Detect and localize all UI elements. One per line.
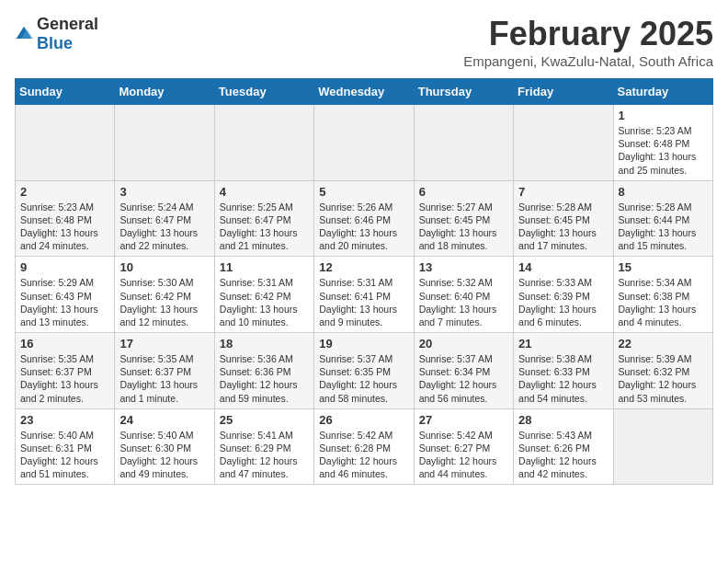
day-number: 14 [518,260,608,274]
calendar-cell: 6Sunrise: 5:27 AM Sunset: 6:45 PM Daylig… [414,180,513,257]
header: General Blue February 2025 Empangeni, Kw… [15,15,713,69]
day-number: 5 [319,185,408,199]
day-number: 11 [220,260,309,274]
day-number: 2 [20,185,109,199]
week-row-4: 16Sunrise: 5:35 AM Sunset: 6:37 PM Dayli… [16,333,713,409]
calendar-cell: 12Sunrise: 5:31 AM Sunset: 6:41 PM Dayli… [314,257,414,333]
calendar-cell: 28Sunrise: 5:43 AM Sunset: 6:26 PM Dayli… [514,408,613,485]
calendar-cell: 9Sunrise: 5:29 AM Sunset: 6:43 PM Daylig… [16,257,115,333]
calendar-cell: 19Sunrise: 5:37 AM Sunset: 6:35 PM Dayli… [314,333,414,409]
day-info: Sunrise: 5:41 AM Sunset: 6:29 PM Dayligh… [220,429,309,481]
day-number: 27 [419,413,508,427]
calendar-cell: 22Sunrise: 5:39 AM Sunset: 6:32 PM Dayli… [613,333,712,409]
day-info: Sunrise: 5:37 AM Sunset: 6:34 PM Dayligh… [419,352,508,405]
day-info: Sunrise: 5:31 AM Sunset: 6:42 PM Dayligh… [220,276,309,328]
day-info: Sunrise: 5:28 AM Sunset: 6:44 PM Dayligh… [619,201,708,253]
calendar-cell: 17Sunrise: 5:35 AM Sunset: 6:37 PM Dayli… [115,333,214,409]
calendar-cell: 21Sunrise: 5:38 AM Sunset: 6:33 PM Dayli… [514,333,613,409]
day-number: 25 [220,413,309,427]
day-info: Sunrise: 5:29 AM Sunset: 6:43 PM Dayligh… [20,276,109,328]
weekday-header-friday: Friday [514,79,613,105]
day-info: Sunrise: 5:28 AM Sunset: 6:45 PM Dayligh… [518,201,608,253]
calendar-cell: 1Sunrise: 5:23 AM Sunset: 6:48 PM Daylig… [613,105,712,181]
day-number: 4 [220,185,309,199]
weekday-header-tuesday: Tuesday [214,79,313,105]
day-info: Sunrise: 5:30 AM Sunset: 6:42 PM Dayligh… [119,276,209,328]
day-number: 9 [20,260,109,274]
calendar-cell: 23Sunrise: 5:40 AM Sunset: 6:31 PM Dayli… [16,408,115,485]
calendar-cell: 13Sunrise: 5:32 AM Sunset: 6:40 PM Dayli… [414,257,513,333]
day-number: 1 [619,109,708,122]
logo-icon [15,25,33,43]
weekday-header-wednesday: Wednesday [314,79,414,105]
calendar-cell [613,408,712,485]
logo: General Blue [15,15,98,53]
day-info: Sunrise: 5:23 AM Sunset: 6:48 PM Dayligh… [20,201,109,253]
day-info: Sunrise: 5:36 AM Sunset: 6:36 PM Dayligh… [220,352,309,405]
week-row-3: 9Sunrise: 5:29 AM Sunset: 6:43 PM Daylig… [16,257,713,333]
day-number: 28 [518,413,608,427]
title-area: February 2025 Empangeni, KwaZulu-Natal, … [463,15,713,69]
day-info: Sunrise: 5:37 AM Sunset: 6:35 PM Dayligh… [319,352,408,405]
day-number: 15 [619,260,708,274]
day-number: 13 [419,260,508,274]
weekday-header-thursday: Thursday [414,79,513,105]
day-number: 17 [119,337,209,350]
day-number: 23 [20,413,109,427]
logo-blue: Blue [37,34,73,52]
weekday-header-row: SundayMondayTuesdayWednesdayThursdayFrid… [16,79,713,105]
calendar-cell: 15Sunrise: 5:34 AM Sunset: 6:38 PM Dayli… [613,257,712,333]
calendar-cell: 24Sunrise: 5:40 AM Sunset: 6:30 PM Dayli… [115,408,214,485]
day-info: Sunrise: 5:31 AM Sunset: 6:41 PM Dayligh… [319,276,408,328]
day-number: 12 [319,260,408,274]
calendar-cell: 16Sunrise: 5:35 AM Sunset: 6:37 PM Dayli… [16,333,115,409]
day-info: Sunrise: 5:25 AM Sunset: 6:47 PM Dayligh… [220,201,309,253]
calendar-cell: 14Sunrise: 5:33 AM Sunset: 6:39 PM Dayli… [514,257,613,333]
day-info: Sunrise: 5:38 AM Sunset: 6:33 PM Dayligh… [518,352,608,405]
day-number: 7 [518,185,608,199]
calendar-cell: 10Sunrise: 5:30 AM Sunset: 6:42 PM Dayli… [115,257,214,333]
calendar-cell: 2Sunrise: 5:23 AM Sunset: 6:48 PM Daylig… [16,180,115,257]
day-info: Sunrise: 5:24 AM Sunset: 6:47 PM Dayligh… [119,201,209,253]
day-info: Sunrise: 5:35 AM Sunset: 6:37 PM Dayligh… [20,352,109,405]
weekday-header-saturday: Saturday [613,79,712,105]
logo-general: General [37,15,98,33]
calendar-cell: 5Sunrise: 5:26 AM Sunset: 6:46 PM Daylig… [314,180,414,257]
day-info: Sunrise: 5:23 AM Sunset: 6:48 PM Dayligh… [619,124,708,177]
calendar-cell: 3Sunrise: 5:24 AM Sunset: 6:47 PM Daylig… [115,180,214,257]
day-number: 19 [319,337,408,350]
calendar-cell: 7Sunrise: 5:28 AM Sunset: 6:45 PM Daylig… [514,180,613,257]
day-info: Sunrise: 5:40 AM Sunset: 6:31 PM Dayligh… [20,429,109,481]
calendar-cell: 18Sunrise: 5:36 AM Sunset: 6:36 PM Dayli… [214,333,313,409]
day-number: 18 [220,337,309,350]
calendar-cell: 27Sunrise: 5:42 AM Sunset: 6:27 PM Dayli… [414,408,513,485]
calendar-cell [16,105,115,181]
day-number: 24 [119,413,209,427]
day-info: Sunrise: 5:26 AM Sunset: 6:46 PM Dayligh… [319,201,408,253]
location-subtitle: Empangeni, KwaZulu-Natal, South Africa [463,53,713,69]
week-row-2: 2Sunrise: 5:23 AM Sunset: 6:48 PM Daylig… [16,180,713,257]
week-row-1: 1Sunrise: 5:23 AM Sunset: 6:48 PM Daylig… [16,105,713,181]
day-info: Sunrise: 5:33 AM Sunset: 6:39 PM Dayligh… [518,276,608,328]
day-info: Sunrise: 5:43 AM Sunset: 6:26 PM Dayligh… [518,429,608,481]
calendar-cell [514,105,613,181]
day-number: 22 [619,337,708,350]
weekday-header-sunday: Sunday [16,79,115,105]
calendar-cell: 25Sunrise: 5:41 AM Sunset: 6:29 PM Dayli… [214,408,313,485]
day-number: 10 [119,260,209,274]
calendar-table: SundayMondayTuesdayWednesdayThursdayFrid… [15,78,713,485]
day-info: Sunrise: 5:35 AM Sunset: 6:37 PM Dayligh… [119,352,209,405]
calendar-cell: 26Sunrise: 5:42 AM Sunset: 6:28 PM Dayli… [314,408,414,485]
day-info: Sunrise: 5:40 AM Sunset: 6:30 PM Dayligh… [119,429,209,481]
weekday-header-monday: Monday [115,79,214,105]
calendar-cell [314,105,414,181]
day-number: 21 [518,337,608,350]
day-info: Sunrise: 5:39 AM Sunset: 6:32 PM Dayligh… [619,352,708,405]
day-number: 16 [20,337,109,350]
calendar-cell: 4Sunrise: 5:25 AM Sunset: 6:47 PM Daylig… [214,180,313,257]
day-number: 8 [619,185,708,199]
calendar-cell [214,105,313,181]
month-title: February 2025 [463,15,713,53]
week-row-5: 23Sunrise: 5:40 AM Sunset: 6:31 PM Dayli… [16,408,713,485]
day-number: 26 [319,413,408,427]
